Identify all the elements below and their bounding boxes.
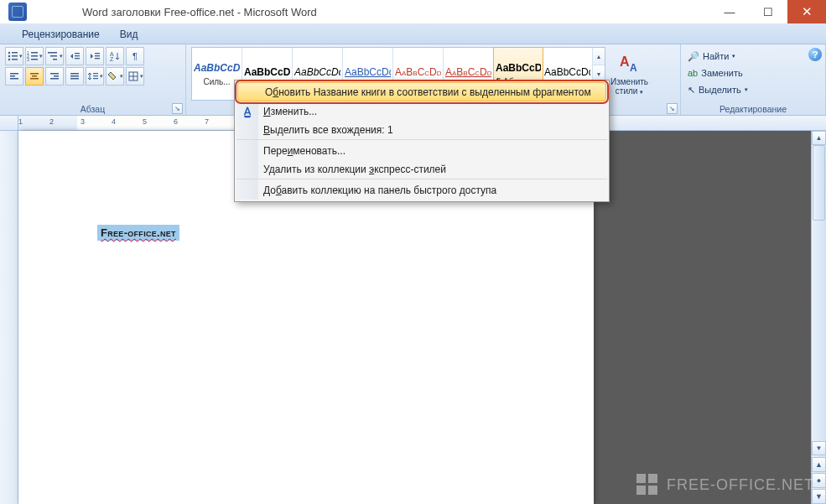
sort-button[interactable]: AZ — [106, 47, 124, 65]
svg-rect-33 — [70, 75, 79, 77]
style-scroll-0[interactable]: ▴ — [593, 48, 605, 65]
svg-point-0 — [8, 52, 9, 54]
paragraph-launcher[interactable]: ↘ — [172, 103, 183, 114]
svg-rect-17 — [75, 58, 80, 59]
ctx-item-icon: A̲ — [240, 104, 255, 119]
ribbon-tabs: Рецензирование Вид — [0, 23, 826, 44]
scroll-down-button[interactable]: ▼ — [812, 441, 826, 455]
svg-rect-18 — [95, 53, 100, 54]
select-icon: ↖ — [688, 85, 695, 96]
watermark-text: FREE-OFFICE.NET — [667, 476, 814, 494]
svg-text:Z: Z — [110, 56, 114, 62]
svg-rect-13 — [50, 55, 57, 57]
svg-rect-11 — [31, 59, 38, 60]
svg-rect-26 — [30, 73, 39, 75]
line-spacing-button[interactable]: ▾ — [86, 67, 104, 86]
scroll-thumb[interactable] — [813, 145, 825, 221]
justify-button[interactable] — [65, 67, 84, 86]
svg-rect-16 — [75, 55, 80, 56]
group-editing: 🔎Найти▾ abЗаменить ↖Выделить▾ Редактиров… — [681, 44, 826, 115]
align-right-button[interactable] — [45, 67, 64, 86]
svg-rect-31 — [50, 78, 59, 80]
group-paragraph-label: Абзац — [81, 104, 105, 114]
bullets-button[interactable]: ▾ — [5, 47, 23, 65]
group-editing-label: Редактирование — [681, 104, 825, 114]
tab-view[interactable]: Вид — [110, 25, 148, 44]
style-context-menu: Обновить Название книги в соответствии с… — [234, 80, 610, 202]
ctx-item-0[interactable]: Обновить Название книги в соответствии с… — [237, 82, 606, 101]
align-center-button[interactable] — [25, 67, 44, 86]
replace-icon: ab — [688, 68, 698, 78]
svg-rect-34 — [70, 78, 79, 80]
shading-button[interactable]: ▾ — [106, 67, 124, 86]
svg-rect-19 — [95, 55, 100, 56]
find-label: Найти — [703, 51, 729, 61]
select-button[interactable]: ↖Выделить▾ — [688, 81, 818, 98]
ctx-item-4[interactable]: Удалить из коллекции экспресс-стилей — [236, 160, 607, 179]
svg-rect-14 — [53, 59, 57, 60]
title-bar: Word заголовки Free-office.net - Microso… — [0, 0, 826, 23]
svg-rect-12 — [48, 52, 57, 54]
svg-rect-30 — [54, 75, 59, 77]
replace-button[interactable]: abЗаменить — [688, 65, 818, 81]
window-title: Word заголовки Free-office.net - Microso… — [32, 6, 317, 18]
svg-point-2 — [8, 55, 9, 57]
change-styles-button[interactable]: AA Изменить стили ▾ — [610, 47, 648, 101]
svg-rect-27 — [32, 75, 37, 77]
svg-rect-15 — [75, 53, 80, 54]
find-icon: 🔎 — [688, 51, 699, 62]
decrease-indent-button[interactable] — [65, 47, 84, 65]
svg-text:A: A — [630, 62, 637, 74]
align-left-button[interactable] — [5, 67, 23, 86]
select-label: Выделить — [699, 85, 741, 95]
borders-button[interactable]: ▾ — [126, 67, 144, 86]
minimize-button[interactable]: — — [710, 0, 749, 23]
watermark: FREE-OFFICE.NET — [636, 474, 814, 496]
svg-rect-32 — [70, 73, 79, 75]
scroll-up-button[interactable]: ▲ — [812, 131, 826, 145]
ctx-item-5[interactable]: Добавить коллекцию на панель быстрого до… — [236, 180, 607, 200]
windows-icon — [636, 474, 658, 496]
ctx-item-3[interactable]: Переименовать... — [236, 141, 607, 160]
numbering-button[interactable]: 123▾ — [25, 47, 44, 65]
selected-text[interactable]: Free-office.net — [97, 225, 179, 241]
svg-text:A: A — [620, 55, 630, 69]
tab-reviewing[interactable]: Рецензирование — [12, 25, 110, 44]
svg-rect-3 — [12, 55, 18, 57]
vertical-ruler[interactable] — [0, 131, 18, 504]
svg-point-4 — [8, 59, 9, 60]
svg-rect-20 — [95, 58, 100, 59]
svg-rect-37 — [93, 78, 98, 79]
vertical-scrollbar[interactable]: ▲ ▼ ▲ ● ▼ — [811, 131, 826, 504]
svg-rect-1 — [12, 52, 18, 54]
maximize-button[interactable]: ☐ — [749, 0, 787, 23]
svg-rect-36 — [93, 75, 98, 76]
close-button[interactable]: ✕ — [787, 0, 826, 23]
replace-label: Заменить — [701, 68, 742, 78]
svg-text:3: 3 — [27, 57, 29, 62]
svg-rect-23 — [10, 73, 18, 75]
multilevel-button[interactable]: ▾ — [45, 47, 64, 65]
increase-indent-button[interactable] — [86, 47, 104, 65]
prev-page-button[interactable]: ▲ — [812, 457, 826, 472]
app-icon — [8, 3, 27, 21]
svg-rect-5 — [12, 59, 18, 60]
svg-rect-9 — [31, 55, 38, 57]
svg-rect-29 — [50, 73, 59, 75]
show-marks-button[interactable]: ¶ — [126, 47, 144, 65]
ctx-item-2[interactable]: Выделить все вхождения: 1 — [236, 121, 607, 140]
svg-rect-24 — [10, 75, 15, 77]
svg-rect-25 — [10, 78, 18, 80]
change-styles-icon: AA — [617, 52, 642, 75]
styles-launcher[interactable]: ↘ — [667, 103, 678, 114]
svg-rect-35 — [93, 73, 98, 74]
group-paragraph: ▾ 123▾ ▾ AZ ¶ ▾ ▾ ▾ Абзац↘ — [0, 44, 186, 115]
svg-rect-7 — [31, 52, 38, 54]
find-button[interactable]: 🔎Найти▾ — [688, 48, 818, 65]
svg-rect-28 — [30, 78, 39, 80]
ctx-item-1[interactable]: A̲Изменить... — [236, 101, 607, 121]
